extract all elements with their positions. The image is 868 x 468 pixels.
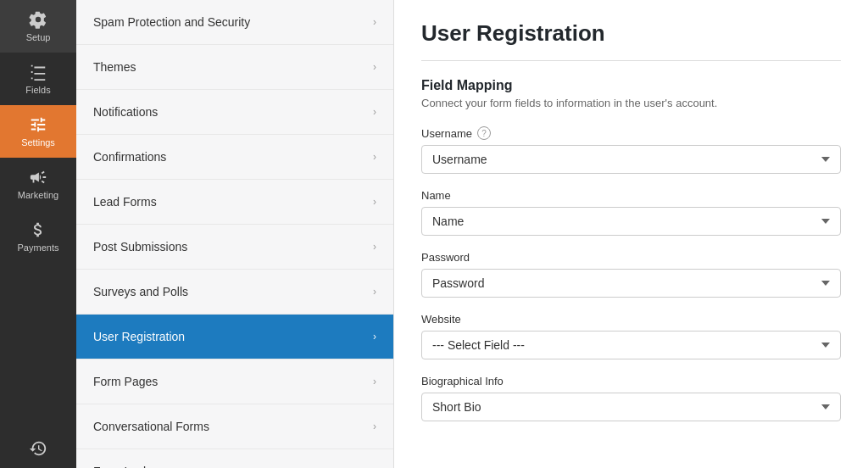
- website-field-group: Website --- Select Field --- Website URL: [421, 313, 841, 359]
- gear-icon: [29, 10, 47, 29]
- name-field-group: Name Name First Name Last Name: [421, 189, 841, 236]
- chevron-icon: ›: [373, 241, 376, 253]
- chevron-icon: ›: [373, 286, 376, 298]
- nav-item-themes[interactable]: Themes ›: [76, 45, 393, 90]
- username-select[interactable]: Username Email Name: [421, 145, 841, 174]
- field-mapping-section: Field Mapping Connect your form fields t…: [421, 78, 841, 421]
- megaphone-icon: [29, 168, 47, 187]
- password-select[interactable]: Password: [421, 269, 841, 298]
- nav-item-form-locker[interactable]: Form Locker ›: [76, 449, 393, 468]
- divider: [421, 60, 841, 61]
- bio-label: Biographical Info: [421, 375, 841, 387]
- fields-icon: [29, 63, 47, 81]
- website-label: Website: [421, 313, 841, 326]
- nav-label: Surveys and Polls: [93, 285, 188, 298]
- section-title: Field Mapping: [421, 78, 841, 93]
- sidebar-item-payments[interactable]: Payments: [0, 210, 76, 263]
- bio-field-group: Biographical Info Short Bio Biography: [421, 375, 841, 421]
- website-select[interactable]: --- Select Field --- Website URL: [421, 331, 841, 359]
- name-label: Name: [421, 189, 841, 202]
- username-label: Username ?: [421, 126, 841, 140]
- chevron-icon: ›: [373, 61, 376, 73]
- sidebar-item-fields[interactable]: Fields: [0, 53, 76, 105]
- chevron-icon: ›: [373, 151, 376, 163]
- nav-item-lead-forms[interactable]: Lead Forms ›: [76, 180, 393, 225]
- nav-label: Notifications: [93, 105, 158, 119]
- password-field-group: Password Password: [421, 251, 841, 298]
- sidebar-item-settings[interactable]: Settings: [0, 105, 76, 158]
- nav-item-user-registration[interactable]: User Registration ›: [76, 315, 393, 359]
- nav-label: Confirmations: [93, 150, 166, 164]
- nav-item-post-submissions[interactable]: Post Submissions ›: [76, 225, 393, 270]
- name-select[interactable]: Name First Name Last Name: [421, 207, 841, 236]
- nav-item-confirmations[interactable]: Confirmations ›: [76, 135, 393, 180]
- payments-label: Payments: [18, 242, 59, 253]
- username-help-icon[interactable]: ?: [477, 126, 491, 140]
- main-content: User Registration Field Mapping Connect …: [394, 0, 868, 468]
- chevron-icon: ›: [373, 16, 376, 28]
- password-label: Password: [421, 251, 841, 264]
- nav-label: Lead Forms: [93, 195, 157, 209]
- nav-label: Conversational Forms: [93, 420, 209, 433]
- sliders-icon: [29, 115, 47, 134]
- icon-sidebar-bottom: [0, 429, 76, 468]
- nav-label: User Registration: [93, 330, 185, 343]
- chevron-icon: ›: [373, 421, 376, 432]
- bio-select[interactable]: Short Bio Biography: [421, 393, 841, 421]
- nav-item-surveys-polls[interactable]: Surveys and Polls ›: [76, 270, 393, 315]
- sidebar-item-marketing[interactable]: Marketing: [0, 158, 76, 210]
- nav-label: Form Locker: [93, 465, 160, 468]
- sidebar-item-history[interactable]: [0, 429, 76, 468]
- nav-item-spam-protection[interactable]: Spam Protection and Security ›: [76, 0, 393, 45]
- nav-item-form-pages[interactable]: Form Pages ›: [76, 359, 393, 404]
- marketing-label: Marketing: [18, 190, 58, 200]
- chevron-icon: ›: [373, 376, 376, 387]
- settings-label: Settings: [21, 137, 55, 148]
- icon-sidebar: Setup Fields Settings Marketing Payments: [0, 0, 76, 468]
- nav-item-notifications[interactable]: Notifications ›: [76, 90, 393, 135]
- fields-label: Fields: [25, 85, 50, 95]
- setup-label: Setup: [26, 32, 51, 42]
- dollar-icon: [29, 220, 47, 239]
- username-field-group: Username ? Username Email Name: [421, 126, 841, 174]
- chevron-icon: ›: [373, 331, 376, 343]
- page-title: User Registration: [421, 20, 841, 47]
- sidebar-item-setup[interactable]: Setup: [0, 0, 76, 53]
- nav-sidebar: Spam Protection and Security › Themes › …: [76, 0, 394, 468]
- chevron-icon: ›: [373, 196, 376, 208]
- section-desc: Connect your form fields to information …: [421, 97, 841, 109]
- chevron-icon: ›: [373, 106, 376, 118]
- nav-label: Spam Protection and Security: [93, 15, 250, 29]
- nav-label: Form Pages: [93, 375, 158, 388]
- nav-label: Themes: [93, 60, 136, 74]
- nav-label: Post Submissions: [93, 240, 187, 254]
- history-icon: [29, 439, 47, 458]
- nav-item-conversational-forms[interactable]: Conversational Forms ›: [76, 404, 393, 449]
